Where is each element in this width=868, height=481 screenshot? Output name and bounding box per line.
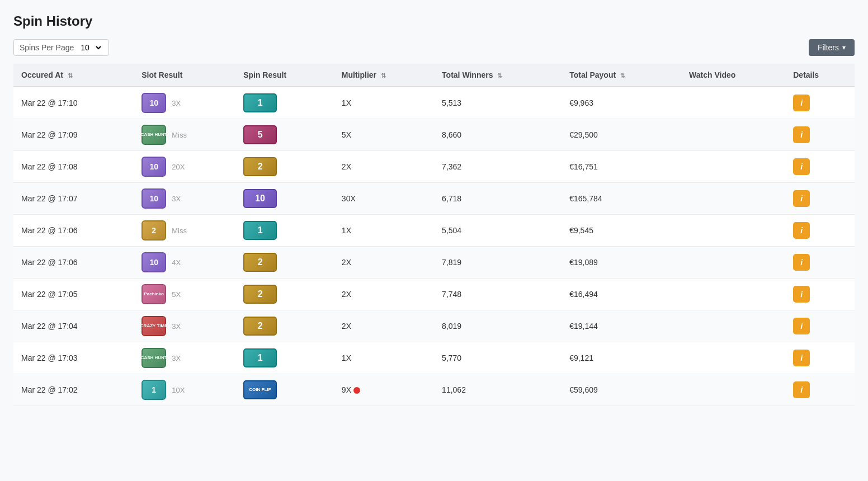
spin-history-table: Occured At ⇅ Slot Result Spin Result Mul… <box>13 64 855 406</box>
table-row: Mar 22 @ 17:05Pachinko5X22X7,748€16,494i <box>13 279 855 310</box>
col-total-winners[interactable]: Total Winners ⇅ <box>434 64 562 87</box>
cell-spin-result: 1 <box>235 342 334 374</box>
sort-arrows-multiplier: ⇅ <box>381 72 386 79</box>
cell-watch-video <box>681 310 785 342</box>
cell-slot-result: 1020X <box>134 151 235 183</box>
details-button[interactable]: i <box>793 95 810 111</box>
col-multiplier[interactable]: Multiplier ⇅ <box>334 64 434 87</box>
col-slot-result: Slot Result <box>134 64 235 87</box>
sort-arrows-total-payout: ⇅ <box>620 72 625 79</box>
cell-total-payout: €165,784 <box>562 183 681 215</box>
cell-watch-video <box>681 87 785 119</box>
slot-badge: 1 <box>141 380 166 400</box>
cell-multiplier: 1X <box>334 87 434 119</box>
slot-result-label: 3X <box>172 322 181 331</box>
cell-spin-result: 2 <box>235 310 334 342</box>
spin-badge: COIN FLIP <box>243 380 277 399</box>
table-row: Mar 22 @ 17:07103X1030X6,718€165,784i <box>13 183 855 215</box>
spin-badge: 2 <box>243 317 277 336</box>
cell-slot-result: 110X <box>134 374 235 406</box>
details-button[interactable]: i <box>793 318 810 334</box>
filters-button[interactable]: Filters <box>809 39 855 56</box>
table-row: Mar 22 @ 17:09CASH HUNTMiss55X8,660€29,5… <box>13 119 855 151</box>
cell-watch-video <box>681 342 785 374</box>
cell-spin-result: 10 <box>235 183 334 215</box>
cell-multiplier: 9X <box>334 374 434 406</box>
cell-details: i <box>785 279 855 310</box>
cell-multiplier: 1X <box>334 342 434 374</box>
details-button[interactable]: i <box>793 286 810 303</box>
col-total-payout[interactable]: Total Payout ⇅ <box>562 64 681 87</box>
cell-details: i <box>785 183 855 215</box>
table-row: Mar 22 @ 17:03CASH HUNT3X11X5,770€9,121i <box>13 342 855 374</box>
cell-details: i <box>785 247 855 279</box>
cell-details: i <box>785 151 855 183</box>
col-details: Details <box>785 64 855 87</box>
sort-arrows-occurred-at: ⇅ <box>68 72 73 79</box>
toolbar: Spins Per Page 10 25 50 100 Filters <box>13 39 855 56</box>
cell-details: i <box>785 310 855 342</box>
cell-slot-result: 103X <box>134 87 235 119</box>
col-occurred-at[interactable]: Occured At ⇅ <box>13 64 134 87</box>
cell-multiplier: 5X <box>334 119 434 151</box>
spins-per-page-select[interactable]: 10 25 50 100 <box>78 43 103 53</box>
spin-badge: 10 <box>243 189 277 208</box>
cell-multiplier: 2X <box>334 279 434 310</box>
table-row: Mar 22 @ 17:04CRAZY TIME3X22X8,019€19,14… <box>13 310 855 342</box>
cell-details: i <box>785 374 855 406</box>
details-button[interactable]: i <box>793 222 810 239</box>
slot-badge: 10 <box>141 157 166 177</box>
cell-total-winners: 7,819 <box>434 247 562 279</box>
cell-occurred-at: Mar 22 @ 17:09 <box>13 119 134 151</box>
cell-occurred-at: Mar 22 @ 17:06 <box>13 247 134 279</box>
details-button[interactable]: i <box>793 254 810 271</box>
cell-occurred-at: Mar 22 @ 17:06 <box>13 215 134 247</box>
cell-spin-result: 5 <box>235 119 334 151</box>
cell-slot-result: Pachinko5X <box>134 279 235 310</box>
cell-total-winners: 6,718 <box>434 183 562 215</box>
slot-badge: 2 <box>141 220 166 240</box>
cell-total-payout: €9,545 <box>562 215 681 247</box>
cell-details: i <box>785 87 855 119</box>
spin-badge: 2 <box>243 285 277 304</box>
slot-badge: CRAZY TIME <box>141 316 166 336</box>
cell-spin-result: 1 <box>235 87 334 119</box>
spin-badge: 1 <box>243 221 277 240</box>
cell-watch-video <box>681 247 785 279</box>
slot-badge: CASH HUNT <box>141 125 166 145</box>
slot-result-label: 4X <box>172 258 181 267</box>
slot-badge: 10 <box>141 252 166 272</box>
spins-per-page-label: Spins Per Page <box>20 43 74 52</box>
cell-multiplier: 2X <box>334 247 434 279</box>
cell-multiplier: 2X <box>334 151 434 183</box>
cell-total-payout: €19,089 <box>562 247 681 279</box>
cell-total-payout: €29,500 <box>562 119 681 151</box>
details-button[interactable]: i <box>793 158 810 175</box>
sort-arrows-total-winners: ⇅ <box>497 72 502 79</box>
page-title: Spin History <box>13 13 855 29</box>
cell-occurred-at: Mar 22 @ 17:08 <box>13 151 134 183</box>
details-button[interactable]: i <box>793 126 810 143</box>
details-button[interactable]: i <box>793 350 810 366</box>
cell-slot-result: 104X <box>134 247 235 279</box>
cell-watch-video <box>681 119 785 151</box>
slot-result-label: Miss <box>172 227 187 235</box>
cell-total-winners: 5,770 <box>434 342 562 374</box>
cell-total-winners: 5,513 <box>434 87 562 119</box>
cell-spin-result: 2 <box>235 247 334 279</box>
spin-badge: 1 <box>243 348 277 367</box>
col-watch-video: Watch Video <box>681 64 785 87</box>
cell-total-payout: €19,144 <box>562 310 681 342</box>
cell-slot-result: 103X <box>134 183 235 215</box>
cell-watch-video <box>681 279 785 310</box>
spins-per-page-control[interactable]: Spins Per Page 10 25 50 100 <box>13 39 109 56</box>
details-button[interactable]: i <box>793 381 810 398</box>
cell-total-winners: 8,019 <box>434 310 562 342</box>
cell-total-payout: €9,121 <box>562 342 681 374</box>
cell-occurred-at: Mar 22 @ 17:05 <box>13 279 134 310</box>
table-row: Mar 22 @ 17:062Miss11X5,504€9,545i <box>13 215 855 247</box>
slot-result-label: 10X <box>172 386 185 394</box>
cell-details: i <box>785 215 855 247</box>
details-button[interactable]: i <box>793 190 810 207</box>
cell-watch-video <box>681 374 785 406</box>
